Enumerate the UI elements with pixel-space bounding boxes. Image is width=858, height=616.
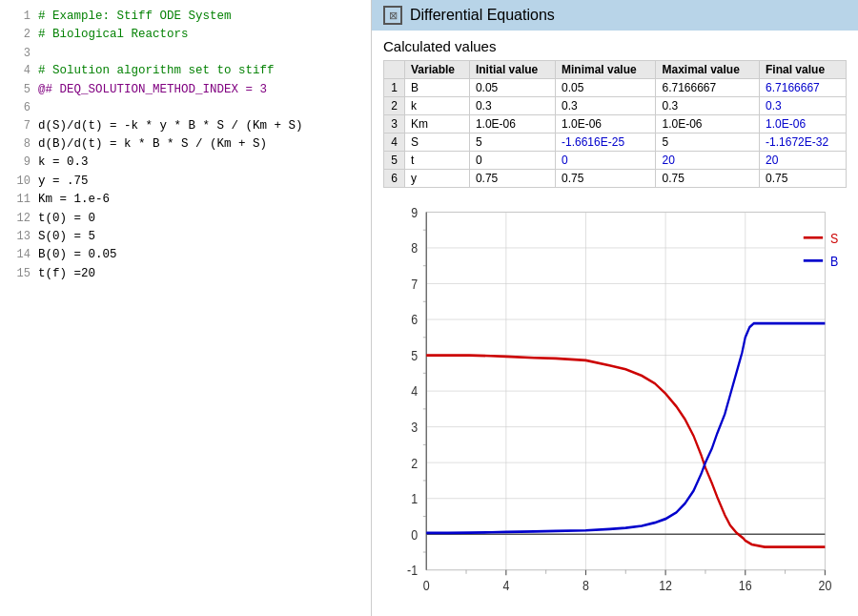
table-cell: -1.6616E-25 — [556, 133, 656, 152]
table-cell: 0 — [469, 152, 555, 170]
line-number: 10 — [10, 173, 31, 191]
svg-text:2: 2 — [411, 456, 418, 471]
table-cell: 0.75 — [760, 170, 847, 188]
table-cell: 0.75 — [556, 170, 656, 188]
line-number: 8 — [10, 135, 31, 154]
line-text: S(0) = 5 — [38, 228, 95, 246]
code-line: 2# Biological Reactors — [10, 26, 361, 44]
svg-text:0: 0 — [411, 527, 418, 543]
table-header-cell: Maximal value — [656, 61, 760, 79]
line-text: # Solution algorithm set to stiff — [38, 62, 275, 80]
line-number: 9 — [10, 154, 31, 172]
table-cell: 0.75 — [469, 170, 555, 188]
code-line: 6 — [10, 99, 361, 117]
line-number: 4 — [10, 62, 31, 80]
code-line: 9k = 0.3 — [10, 154, 361, 172]
table-cell: 0.75 — [656, 170, 760, 188]
svg-text:1: 1 — [411, 491, 418, 506]
table-row: 3Km1.0E-061.0E-061.0E-061.0E-06 — [384, 115, 847, 133]
line-number: 6 — [10, 99, 31, 117]
table-header-cell: Minimal value — [556, 61, 656, 79]
table-cell: 3 — [384, 115, 405, 133]
line-number: 15 — [10, 265, 31, 283]
svg-text:-1: -1 — [407, 563, 418, 578]
table-cell: 5 — [656, 133, 760, 152]
code-lines: 1# Example: Stiff ODE System2# Biologica… — [10, 8, 361, 283]
table-cell: 6.7166667 — [656, 79, 760, 97]
table-cell: -1.1672E-32 — [760, 133, 847, 152]
code-editor: 1# Example: Stiff ODE System2# Biologica… — [0, 0, 372, 616]
line-text: B(0) = 0.05 — [38, 246, 117, 264]
table-cell: 1.0E-06 — [760, 115, 847, 133]
line-number: 13 — [10, 228, 31, 246]
code-line: 11Km = 1.e-6 — [10, 191, 361, 209]
svg-text:S: S — [830, 231, 838, 246]
table-cell: Km — [405, 115, 470, 133]
table-body: 1B0.050.056.71666676.71666672k0.30.30.30… — [384, 79, 847, 188]
svg-text:6: 6 — [411, 312, 418, 327]
table-cell: y — [405, 170, 470, 188]
table-cell: 1.0E-06 — [656, 115, 760, 133]
svg-text:8: 8 — [582, 578, 589, 593]
table-cell: 0.05 — [469, 79, 555, 97]
line-number: 11 — [10, 191, 31, 209]
right-panel: ⊠ Differential Equations Calculated valu… — [372, 0, 858, 616]
table-row: 5t002020 — [384, 152, 847, 170]
line-text: t(f) =20 — [38, 265, 95, 283]
code-line: 4# Solution algorithm set to stiff — [10, 62, 361, 80]
table-cell: k — [405, 97, 470, 115]
table-cell: 2 — [384, 97, 405, 115]
code-line: 15t(f) =20 — [10, 265, 361, 283]
table-cell: 6.7166667 — [760, 79, 847, 97]
code-line: 14B(0) = 0.05 — [10, 246, 361, 264]
code-line: 1# Example: Stiff ODE System — [10, 8, 361, 26]
calc-table: VariableInitial valueMinimal valueMaxima… — [383, 60, 847, 188]
table-row: 4S5-1.6616E-255-1.1672E-32 — [384, 133, 847, 152]
svg-text:0: 0 — [423, 578, 430, 593]
line-number: 3 — [10, 45, 31, 63]
table-cell: 0.3 — [656, 97, 760, 115]
line-number: 7 — [10, 117, 31, 135]
table-cell: S — [405, 133, 470, 152]
svg-text:7: 7 — [411, 277, 418, 292]
code-line: 3 — [10, 45, 361, 63]
code-line: 7d(S)/d(t) = -k * y * B * S / (Km + S) — [10, 117, 361, 135]
line-text: # Biological Reactors — [38, 26, 189, 44]
code-line: 8d(B)/d(t) = k * B * S / (Km + S) — [10, 135, 361, 154]
panel-header: ⊠ Differential Equations — [372, 0, 858, 31]
line-text: @# DEQ_SOLUTION_METHOD_INDEX = 3 — [38, 81, 267, 99]
diff-eq-icon: ⊠ — [383, 6, 402, 25]
table-cell: 20 — [760, 152, 847, 170]
table-cell: 4 — [384, 133, 405, 152]
line-text: y = .75 — [38, 173, 89, 191]
svg-text:12: 12 — [659, 578, 672, 593]
line-text: k = 0.3 — [38, 154, 89, 172]
chart-svg: 9 8 7 6 5 4 3 2 1 0 -1 0 4 8 12 16 20 — [383, 199, 847, 608]
svg-text:5: 5 — [411, 348, 418, 363]
line-text: d(B)/d(t) = k * B * S / (Km + S) — [38, 135, 267, 154]
table-header-cell — [384, 61, 405, 79]
line-number: 14 — [10, 246, 31, 264]
svg-text:4: 4 — [502, 578, 509, 593]
svg-text:9: 9 — [411, 205, 418, 220]
svg-text:8: 8 — [411, 240, 418, 256]
svg-text:3: 3 — [411, 420, 418, 435]
panel-title: Differential Equations — [410, 7, 555, 24]
svg-text:20: 20 — [818, 578, 831, 593]
table-cell: t — [405, 152, 470, 170]
table-header-cell: Initial value — [469, 61, 555, 79]
table-cell: 1.0E-06 — [469, 115, 555, 133]
table-cell: 5 — [469, 133, 555, 152]
table-cell: 0.05 — [556, 79, 656, 97]
code-line: 10y = .75 — [10, 173, 361, 191]
line-text: # Example: Stiff ODE System — [38, 8, 232, 26]
table-cell: 0.3 — [556, 97, 656, 115]
table-cell: 1 — [384, 79, 405, 97]
table-header: VariableInitial valueMinimal valueMaxima… — [384, 61, 847, 79]
svg-text:16: 16 — [739, 578, 752, 593]
table-cell: 1.0E-06 — [556, 115, 656, 133]
content-area: Calculated values VariableInitial valueM… — [372, 31, 858, 616]
svg-text:4: 4 — [411, 383, 418, 399]
line-number: 1 — [10, 8, 31, 26]
line-number: 5 — [10, 81, 31, 99]
